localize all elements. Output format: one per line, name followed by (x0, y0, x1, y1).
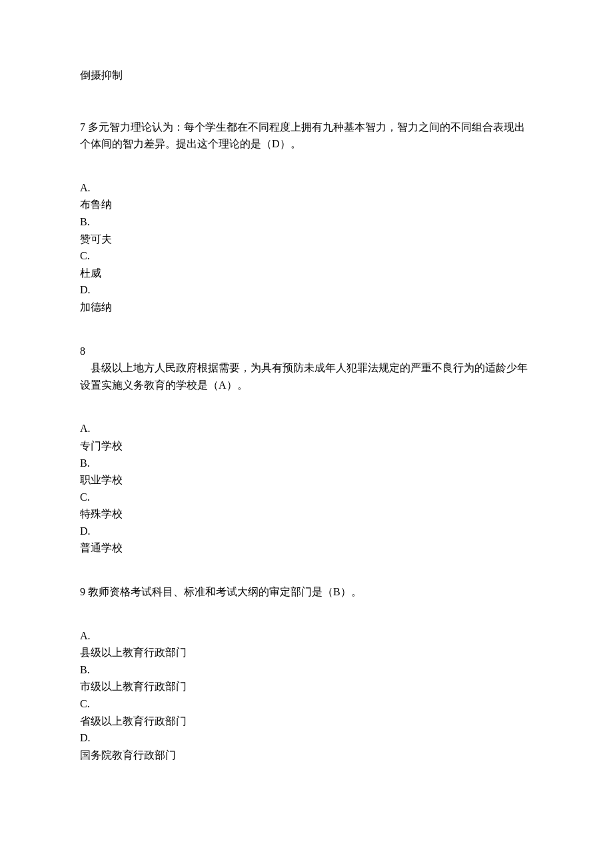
question-8-number: 8 (80, 343, 533, 360)
question-8: 8 县级以上地方人民政府根据需要，为具有预防未成年人犯罪法规定的严重不良行为的适… (80, 343, 533, 557)
option-b-letter: B. (80, 664, 90, 675)
question-7-text: 7 多元智力理论认为：每个学生都在不同程度上拥有九种基本智力，智力之间的不同组合… (80, 119, 533, 153)
option-b-text: 职业学校 (80, 471, 533, 489)
option-d-letter: D. (80, 525, 91, 537)
option-d-text: 加德纳 (80, 299, 533, 316)
fragment-previous-option: 倒摄抑制 (80, 67, 533, 84)
option-a-text: 县级以上教育行政部门 (80, 644, 533, 661)
option-c-letter: C. (80, 698, 90, 709)
option-d-text: 普通学校 (80, 539, 533, 557)
question-8-text: 县级以上地方人民政府根据需要，为具有预防未成年人犯罪法规定的严重不良行为的适龄少… (80, 359, 533, 393)
question-9-text: 9 教师资格考试科目、标准和考试大纲的审定部门是（B）。 (80, 583, 533, 601)
option-a-text: 布鲁纳 (80, 196, 533, 213)
question-7-options: A. 布鲁纳 B. 赞可夫 C. 杜威 D. 加德纳 (80, 179, 533, 316)
option-a-letter: A. (80, 630, 91, 641)
option-c-text: 杜威 (80, 265, 533, 282)
option-b-text: 赞可夫 (80, 231, 533, 248)
option-d-text: 国务院教育行政部门 (80, 747, 533, 764)
option-d-letter: D. (80, 732, 91, 743)
option-b-letter: B. (80, 457, 90, 469)
option-c-letter: C. (80, 491, 90, 503)
option-c-text: 省级以上教育行政部门 (80, 713, 533, 730)
option-b-text: 市级以上教育行政部门 (80, 678, 533, 695)
option-a-letter: A. (80, 182, 91, 193)
option-a-letter: A. (80, 423, 91, 434)
option-b-letter: B. (80, 216, 90, 227)
option-c-letter: C. (80, 250, 90, 261)
option-a-text: 专门学校 (80, 437, 533, 455)
option-d-letter: D. (80, 284, 91, 295)
option-c-text: 特殊学校 (80, 505, 533, 523)
question-8-options: A. 专门学校 B. 职业学校 C. 特殊学校 D. 普通学校 (80, 420, 533, 557)
question-9: 9 教师资格考试科目、标准和考试大纲的审定部门是（B）。 A. 县级以上教育行政… (80, 583, 533, 763)
question-7: 7 多元智力理论认为：每个学生都在不同程度上拥有九种基本智力，智力之间的不同组合… (80, 119, 533, 316)
question-9-options: A. 县级以上教育行政部门 B. 市级以上教育行政部门 C. 省级以上教育行政部… (80, 627, 533, 764)
